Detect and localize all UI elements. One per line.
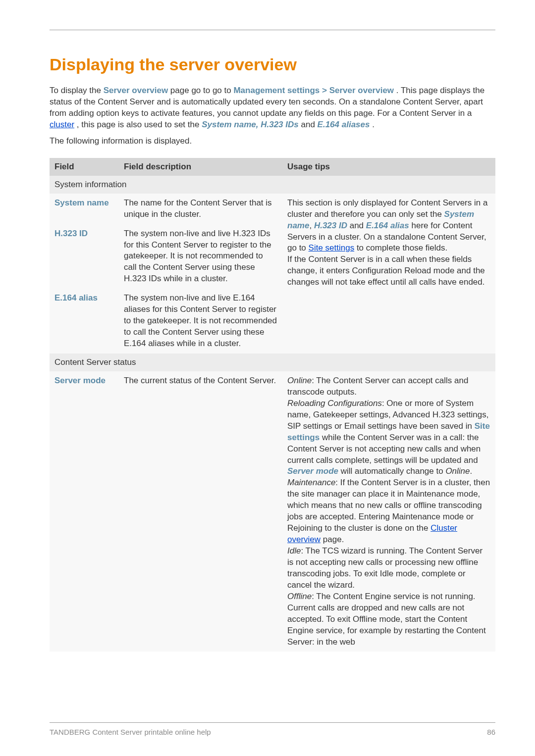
- row-system-name: System name The name for the Content Ser…: [50, 194, 495, 224]
- desc-server-mode: The current status of the Content Server…: [119, 371, 282, 652]
- after-intro-text: The following information is displayed.: [50, 136, 495, 147]
- intro-text: and: [301, 120, 317, 129]
- usage-text: If the Content Server is in a call when …: [287, 254, 485, 287]
- intro-paragraph: To display the Server overview page go t…: [50, 85, 495, 131]
- reloading-label: Reloading Configurations: [287, 399, 382, 408]
- online-emph: Online: [445, 466, 470, 476]
- usage-text: to complete those fields.: [357, 243, 447, 252]
- row-server-mode: Server mode The current status of the Co…: [50, 371, 495, 652]
- offline-text: : The Content Engine service is not runn…: [287, 592, 486, 647]
- usage-server-mode: Online: The Content Server can accept ca…: [282, 371, 495, 652]
- usage-text: and: [350, 221, 366, 230]
- reloading-text: will automatically change to: [338, 466, 445, 476]
- desc-e164: The system non-live and live E.164 alias…: [119, 289, 282, 353]
- field-server-mode: Server mode: [54, 376, 106, 385]
- online-text: : The Content Server can accept calls an…: [287, 376, 468, 397]
- offline-label: Offline: [287, 592, 312, 601]
- h323-emph: H.323 ID: [314, 221, 347, 230]
- intro-text: .: [372, 120, 374, 129]
- desc-h323: The system non-live and live H.323 IDs f…: [119, 224, 282, 289]
- period: .: [470, 466, 473, 476]
- intro-text: page go to go to: [170, 86, 234, 95]
- page-footer: TANDBERG Content Server printable online…: [50, 722, 495, 736]
- usage-system-info: This section is only displayed for Conte…: [282, 194, 495, 353]
- section-system-information: System information: [50, 176, 495, 194]
- mgmt-path-label: Management settings > Server overview: [233, 86, 394, 95]
- field-h323: H.323 ID: [54, 229, 88, 238]
- header-desc: Field description: [119, 158, 282, 176]
- site-settings-link[interactable]: Site settings: [309, 243, 355, 252]
- header-field: Field: [50, 158, 119, 176]
- footer-left: TANDBERG Content Server printable online…: [50, 728, 211, 736]
- online-label: Online: [287, 376, 312, 385]
- intro-text: To display the: [50, 86, 104, 95]
- section-content-server-status: Content Server status: [50, 353, 495, 371]
- cluster-link[interactable]: cluster: [50, 120, 74, 129]
- server-mode-emph: Server mode: [287, 466, 338, 476]
- header-usage: Usage tips: [282, 158, 495, 176]
- field-e164: E.164 alias: [54, 293, 98, 302]
- idle-text: : The TCS wizard is running. The Content…: [287, 546, 482, 590]
- section-label: System information: [50, 176, 495, 194]
- server-overview-label: Server overview: [104, 86, 168, 95]
- usage-text: ,: [309, 221, 314, 230]
- desc-system-name: The name for the Content Server that is …: [119, 194, 282, 224]
- maintenance-label: Maintenance: [287, 478, 335, 487]
- field-system-name: System name: [54, 198, 109, 207]
- page-title: Displaying the server overview: [50, 55, 495, 74]
- e164-aliases-label: E.164 aliases: [318, 120, 370, 129]
- table-header-row: Field Field description Usage tips: [50, 158, 495, 176]
- intro-text: , this page is also used to set the: [77, 120, 202, 129]
- info-table: Field Field description Usage tips Syste…: [50, 158, 495, 652]
- maintenance-text: page.: [321, 535, 344, 544]
- section-label: Content Server status: [50, 353, 495, 371]
- top-rule: [50, 30, 495, 30]
- e164-emph: E.164 alias: [366, 221, 409, 230]
- idle-label: Idle: [287, 546, 301, 555]
- system-name-label: System name, H.323 IDs: [202, 120, 299, 129]
- footer-page-number: 86: [487, 728, 495, 736]
